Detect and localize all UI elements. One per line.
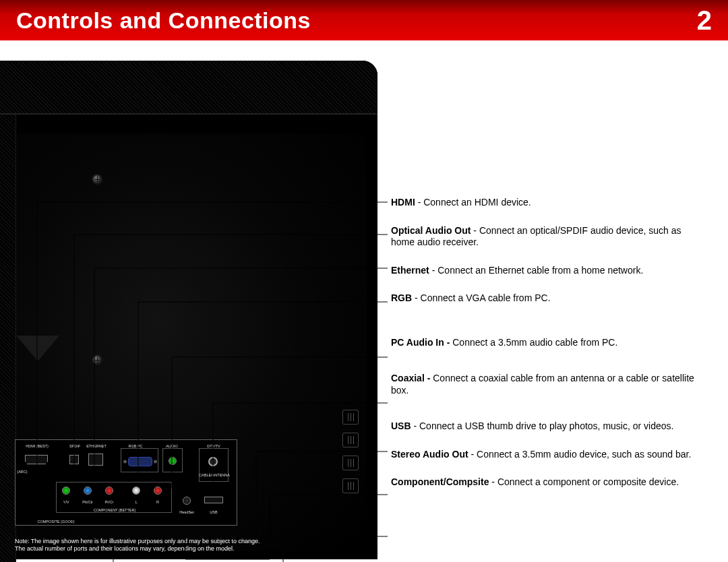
label-arc: (ARC) bbox=[17, 470, 27, 474]
footnote-line1: Note: The image shown here is for illust… bbox=[15, 538, 260, 545]
label-headset: HeadSet bbox=[179, 510, 193, 514]
mount-screw-icon bbox=[93, 356, 101, 364]
component-r-jack-icon bbox=[154, 487, 162, 495]
label-yv: Y/V bbox=[63, 500, 69, 504]
vizio-logo-icon bbox=[16, 336, 70, 376]
hdmi-port-icon bbox=[25, 455, 48, 464]
page-title: Controls and Connections bbox=[16, 7, 311, 34]
tv-top-bezel bbox=[0, 61, 377, 115]
label-cable: CABLE/ANTENNA bbox=[199, 473, 230, 477]
label-composite: COMPOSITE (GOOD) bbox=[38, 520, 75, 524]
rgb-group bbox=[121, 448, 158, 472]
tv-left-bezel bbox=[0, 115, 16, 562]
component-pr-jack-icon bbox=[105, 487, 113, 495]
dtv-group: CABLE/ANTENNA bbox=[199, 448, 229, 482]
component-group: Y/V Pb/Cb Pr/Cr L R COMPONENT (BETTER) bbox=[56, 482, 172, 513]
label-component: COMPONENT (BETTER) bbox=[94, 508, 136, 512]
label-ethernet: ETHERNET bbox=[86, 444, 107, 448]
vga-port-icon bbox=[128, 457, 152, 466]
desc-usb: USB - Connect a USB thumb drive to play … bbox=[391, 420, 701, 433]
desc-ethernet: Ethernet - Connect an Ethernet cable fro… bbox=[391, 265, 701, 277]
label-l: L bbox=[135, 500, 137, 504]
side-button bbox=[342, 456, 359, 470]
label-pb: Pb/Cb bbox=[82, 500, 92, 504]
content-area: HDMI (BEST) SPDIF ETHERNET RGB PC AUDIO … bbox=[0, 40, 728, 535]
desc-component: Component/Compsite - Connect a component… bbox=[391, 476, 701, 489]
desc-rgb: RGB - Connect a VGA cable from PC. bbox=[391, 292, 701, 305]
spdif-port-icon bbox=[69, 455, 79, 464]
chapter-number: 2 bbox=[697, 5, 712, 36]
port-panel: HDMI (BEST) SPDIF ETHERNET RGB PC AUDIO … bbox=[15, 439, 237, 526]
ethernet-port-icon bbox=[88, 454, 103, 466]
pc-audio-jack-icon bbox=[169, 457, 177, 465]
component-l-jack-icon bbox=[132, 487, 140, 495]
mount-screw-icon bbox=[93, 175, 101, 183]
label-r: R bbox=[156, 500, 159, 504]
side-buttons bbox=[342, 410, 359, 493]
usb-port-icon bbox=[204, 497, 223, 503]
coax-port-icon bbox=[208, 457, 218, 466]
desc-stereo: Stereo Audio Out - Connect a 3.5mm audio… bbox=[391, 449, 701, 461]
label-pr: Pr/Cr bbox=[105, 500, 114, 504]
audio-group bbox=[162, 448, 183, 472]
footnote-line2: The actual number of ports and their loc… bbox=[15, 545, 260, 553]
desc-coax: Coaxial - Connect a coaxial cable from a… bbox=[391, 373, 701, 396]
headset-jack-icon bbox=[183, 497, 191, 505]
desc-pcaudio: PC Audio In - Connect a 3.5mm audio cabl… bbox=[391, 337, 701, 349]
component-y-jack-icon bbox=[62, 487, 70, 495]
chapter-header: Controls and Connections 2 bbox=[0, 0, 728, 40]
tv-rear-illustration: HDMI (BEST) SPDIF ETHERNET RGB PC AUDIO … bbox=[0, 61, 377, 559]
desc-hdmi: HDMI - Connect an HDMI device. bbox=[391, 197, 701, 209]
component-pb-jack-icon bbox=[84, 487, 92, 495]
label-spdif: SPDIF bbox=[69, 444, 80, 448]
side-button bbox=[342, 478, 359, 493]
footnote: Note: The image shown here is for illust… bbox=[15, 538, 260, 553]
side-button bbox=[342, 433, 359, 447]
desc-optical: Optical Audio Out - Connect an optical/S… bbox=[391, 225, 701, 249]
port-descriptions: HDMI - Connect an HDMI device. Optical A… bbox=[391, 197, 701, 505]
label-usb: USB bbox=[210, 510, 217, 514]
side-button bbox=[342, 410, 359, 425]
label-hdmi: HDMI (BEST) bbox=[26, 444, 49, 448]
